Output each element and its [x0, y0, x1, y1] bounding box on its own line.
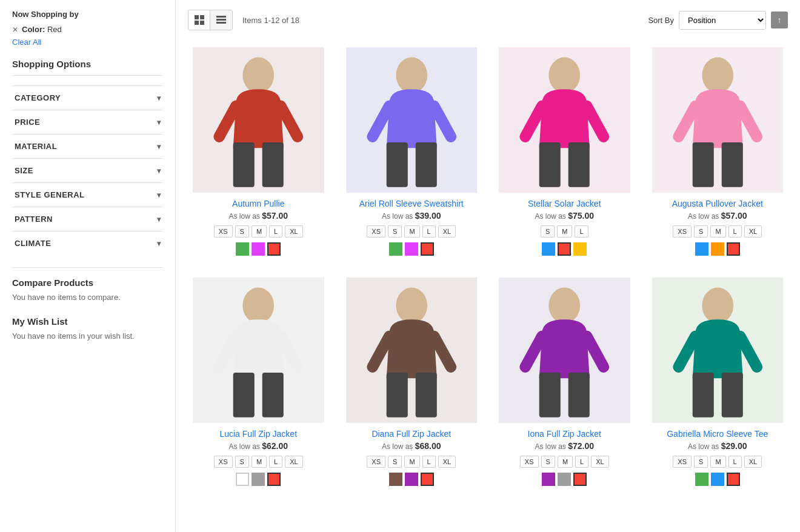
filter-header-climate[interactable]: CLIMATE ▾	[12, 231, 163, 255]
size-button[interactable]: M	[404, 225, 419, 238]
filter-label-price: PRICE	[15, 118, 40, 127]
size-button[interactable]: XS	[520, 456, 539, 468]
color-swatch[interactable]	[542, 473, 555, 486]
filter-label-climate: CLIMATE	[15, 239, 51, 248]
color-swatch[interactable]	[236, 473, 249, 486]
product-card: Iona Full Zip JacketAs low as $72.00XSSM…	[494, 273, 635, 491]
filter-section-material: MATERIAL ▾	[12, 134, 163, 158]
color-swatch[interactable]	[727, 242, 740, 256]
svg-point-36	[702, 288, 733, 324]
size-button[interactable]: M	[710, 225, 725, 238]
color-swatch[interactable]	[558, 473, 571, 486]
size-button[interactable]: M	[710, 456, 725, 468]
color-swatch[interactable]	[252, 473, 265, 486]
product-name[interactable]: Lucia Full Zip Jacket	[219, 429, 297, 439]
list-view-button[interactable]	[210, 10, 232, 30]
product-name[interactable]: Ariel Roll Sleeve Sweatshirt	[359, 199, 464, 208]
filter-header-category[interactable]: CATEGORY ▾	[12, 86, 163, 110]
size-button[interactable]: L	[728, 225, 742, 238]
size-button[interactable]: XL	[744, 225, 762, 238]
size-button[interactable]: S	[694, 225, 708, 238]
color-swatch[interactable]	[695, 242, 708, 256]
color-swatch[interactable]	[711, 473, 724, 486]
remove-filter-icon[interactable]: ✕	[12, 25, 18, 34]
size-button[interactable]: XS	[673, 456, 692, 468]
size-button[interactable]: XL	[438, 456, 456, 468]
clear-all-link[interactable]: Clear All	[12, 38, 163, 47]
filter-header-material[interactable]: MATERIAL ▾	[12, 135, 163, 158]
toolbar-left: Items 1-12 of 18	[188, 10, 299, 30]
color-swatch[interactable]	[727, 473, 740, 486]
size-button[interactable]: S	[541, 225, 555, 238]
size-button[interactable]: XS	[367, 225, 385, 238]
filter-header-price[interactable]: PRICE ▾	[12, 110, 163, 134]
color-swatch[interactable]	[695, 473, 708, 486]
product-image-svg	[499, 47, 630, 193]
size-button[interactable]: L	[422, 456, 436, 468]
product-price: $62.00	[262, 441, 288, 451]
size-button[interactable]: L	[269, 225, 282, 238]
color-swatch[interactable]	[267, 473, 281, 486]
color-swatch[interactable]	[267, 242, 281, 256]
size-button[interactable]: M	[558, 456, 573, 468]
size-button[interactable]: S	[388, 225, 402, 238]
svg-rect-37	[692, 373, 713, 417]
grid-view-button[interactable]	[188, 10, 210, 30]
color-swatch[interactable]	[711, 242, 724, 256]
color-swatch[interactable]	[236, 242, 249, 256]
size-button[interactable]: L	[728, 456, 742, 468]
filter-section-price: PRICE ▾	[12, 110, 163, 134]
svg-rect-17	[539, 142, 561, 187]
size-button[interactable]: S	[235, 225, 249, 238]
svg-rect-18	[568, 142, 590, 187]
color-swatch[interactable]	[405, 473, 418, 486]
product-price-row: As low as $29.00	[688, 441, 747, 451]
size-button[interactable]: XL	[285, 225, 302, 238]
size-button[interactable]: XS	[214, 225, 233, 238]
product-price-label: As low as	[688, 442, 721, 451]
color-swatch[interactable]	[405, 242, 418, 256]
color-swatch[interactable]	[421, 473, 434, 486]
size-button[interactable]: XS	[214, 456, 233, 468]
filter-header-style-general[interactable]: STYLE GENERAL ▾	[12, 183, 163, 207]
sort-select[interactable]: Position Product Name Price	[679, 11, 766, 30]
filter-header-size[interactable]: SIZE ▾	[12, 159, 163, 182]
color-swatch[interactable]	[573, 473, 587, 486]
color-swatch[interactable]	[421, 242, 434, 256]
size-button[interactable]: XL	[744, 456, 762, 468]
color-swatch[interactable]	[252, 242, 265, 256]
svg-rect-13	[386, 142, 407, 187]
size-button[interactable]: L	[575, 456, 588, 468]
size-button[interactable]: S	[235, 456, 249, 468]
product-name[interactable]: Stellar Solar Jacket	[528, 199, 601, 208]
size-button[interactable]: M	[557, 225, 572, 238]
size-button[interactable]: L	[422, 225, 436, 238]
svg-rect-10	[262, 142, 284, 187]
color-swatch[interactable]	[542, 242, 555, 256]
size-button[interactable]: S	[694, 456, 708, 468]
size-button[interactable]: XL	[438, 225, 456, 238]
size-button[interactable]: S	[541, 456, 555, 468]
size-button[interactable]: M	[404, 456, 419, 468]
color-swatch[interactable]	[389, 473, 402, 486]
product-image-svg	[499, 278, 630, 423]
filter-header-pattern[interactable]: PATTERN ▾	[12, 207, 163, 231]
product-name[interactable]: Gabriella Micro Sleeve Tee	[667, 429, 768, 439]
size-button[interactable]: S	[388, 456, 402, 468]
size-button[interactable]: L	[575, 225, 588, 238]
size-button[interactable]: XL	[591, 456, 608, 468]
size-button[interactable]: XS	[367, 456, 385, 468]
size-button[interactable]: M	[252, 225, 267, 238]
color-swatch[interactable]	[573, 242, 587, 256]
size-button[interactable]: XS	[673, 225, 692, 238]
product-name[interactable]: Autumn Pullie	[232, 199, 284, 208]
sort-direction-button[interactable]: ↑	[771, 12, 788, 28]
product-name[interactable]: Diana Full Zip Jacket	[372, 429, 451, 439]
product-name[interactable]: Iona Full Zip Jacket	[528, 429, 601, 439]
color-swatch[interactable]	[558, 242, 571, 256]
product-name[interactable]: Augusta Pullover Jacket	[672, 199, 763, 208]
size-button[interactable]: XL	[285, 456, 302, 468]
size-button[interactable]: M	[252, 456, 267, 468]
size-button[interactable]: L	[269, 456, 282, 468]
color-swatch[interactable]	[389, 242, 402, 256]
